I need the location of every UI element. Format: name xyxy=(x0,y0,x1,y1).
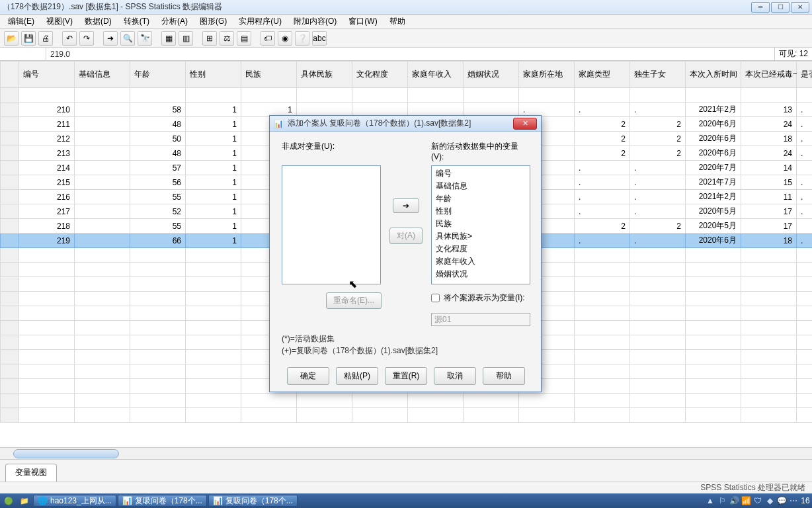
cell[interactable] xyxy=(19,292,75,306)
column-header[interactable]: 本次入所时间 xyxy=(686,62,741,88)
cell[interactable]: 218 xyxy=(19,219,75,233)
cell[interactable]: . xyxy=(630,204,686,219)
cell[interactable] xyxy=(186,263,241,277)
cell[interactable] xyxy=(575,408,630,423)
cell[interactable]: . xyxy=(797,132,813,146)
cell[interactable] xyxy=(130,364,186,379)
cell[interactable] xyxy=(575,321,630,335)
row-header[interactable] xyxy=(1,204,19,219)
cell[interactable]: 2021年2月 xyxy=(686,190,741,204)
menu-addons[interactable]: 附加内容(O) xyxy=(288,15,342,28)
cell[interactable] xyxy=(797,263,813,277)
cell[interactable]: 2021年2月 xyxy=(686,103,741,117)
open-icon[interactable]: 📂 xyxy=(4,31,19,46)
cell[interactable] xyxy=(352,88,408,103)
cell[interactable] xyxy=(75,204,130,219)
cell[interactable] xyxy=(686,350,741,364)
column-header[interactable]: 家庭所在地 xyxy=(519,62,575,88)
cell[interactable]: 2020年6月 xyxy=(686,117,741,132)
cell[interactable] xyxy=(630,277,686,292)
cell[interactable]: . xyxy=(575,175,630,190)
taskbar-browser[interactable]: 🌐hao123_上网从... xyxy=(33,495,116,507)
cell[interactable]: 1 xyxy=(186,161,241,175)
cell[interactable] xyxy=(130,408,186,423)
cell[interactable] xyxy=(797,335,813,350)
cell[interactable]: . xyxy=(575,103,630,117)
cell[interactable]: 213 xyxy=(19,146,75,161)
menu-data[interactable]: 数据(D) xyxy=(79,15,117,28)
cell[interactable]: 2 xyxy=(630,219,686,233)
row-header[interactable] xyxy=(1,132,19,146)
cell[interactable]: 11 xyxy=(741,190,797,204)
cell[interactable]: 14 xyxy=(741,161,797,175)
cell[interactable]: 2020年5月 xyxy=(686,204,741,219)
cell[interactable] xyxy=(19,379,75,394)
cell[interactable] xyxy=(686,321,741,335)
row-header[interactable] xyxy=(1,233,19,248)
cell[interactable] xyxy=(686,335,741,350)
cell[interactable] xyxy=(75,219,130,233)
cell[interactable]: 1 xyxy=(797,219,813,233)
cell[interactable] xyxy=(75,306,130,321)
cell[interactable] xyxy=(130,379,186,394)
cell[interactable]: 2020年7月 xyxy=(686,161,741,175)
cell[interactable] xyxy=(575,277,630,292)
cell[interactable]: 2020年6月 xyxy=(686,233,741,248)
cell[interactable]: 2 xyxy=(575,117,630,132)
list-item[interactable]: 文化程度 xyxy=(433,243,528,255)
cell[interactable] xyxy=(75,350,130,364)
cell[interactable] xyxy=(130,277,186,292)
cell[interactable] xyxy=(75,88,130,103)
cell[interactable]: . xyxy=(797,103,813,117)
cell[interactable] xyxy=(630,379,686,394)
list-item[interactable]: 编号 xyxy=(433,167,528,180)
column-header[interactable]: 家庭年收入 xyxy=(408,62,464,88)
cell[interactable] xyxy=(130,321,186,335)
cell[interactable] xyxy=(797,379,813,394)
dialog-titlebar[interactable]: 📊 添加个案从 复吸问卷（178个数据）(1).sav[数据集2] ✕ xyxy=(270,116,541,132)
cell[interactable]: 1 xyxy=(186,175,241,190)
cell[interactable] xyxy=(186,364,241,379)
cell[interactable] xyxy=(408,408,464,423)
row-header[interactable] xyxy=(1,146,19,161)
cell[interactable] xyxy=(130,263,186,277)
cell[interactable]: 17 xyxy=(741,204,797,219)
cell[interactable] xyxy=(75,117,130,132)
cell[interactable]: 2 xyxy=(630,117,686,132)
dialog-close-button[interactable]: ✕ xyxy=(513,118,537,130)
cell[interactable]: 210 xyxy=(19,103,75,117)
save-icon[interactable]: 💾 xyxy=(21,31,36,46)
cell[interactable]: . xyxy=(797,117,813,132)
cell[interactable] xyxy=(630,408,686,423)
cell[interactable] xyxy=(19,248,75,263)
column-header[interactable]: 具体民族 xyxy=(297,62,352,88)
print-icon[interactable]: 🖨 xyxy=(38,31,53,46)
horizontal-scrollbar[interactable] xyxy=(0,447,812,459)
cell[interactable] xyxy=(75,364,130,379)
cell[interactable] xyxy=(686,277,741,292)
cell[interactable] xyxy=(186,321,241,335)
menu-transform[interactable]: 转换(T) xyxy=(118,15,155,28)
cell[interactable] xyxy=(519,408,575,423)
cancel-button[interactable]: 取消 xyxy=(434,367,476,385)
redo-icon[interactable]: ↷ xyxy=(79,31,94,46)
cell[interactable] xyxy=(352,408,408,423)
cell[interactable] xyxy=(630,292,686,306)
cell[interactable]: 1 xyxy=(186,103,241,117)
cell[interactable] xyxy=(186,277,241,292)
column-header[interactable]: 独生子女 xyxy=(630,62,686,88)
cell[interactable] xyxy=(75,132,130,146)
cell[interactable] xyxy=(797,394,813,408)
row-header[interactable] xyxy=(1,394,19,408)
cell[interactable] xyxy=(19,394,75,408)
cell[interactable] xyxy=(241,394,297,408)
cell-value[interactable]: 219.0 xyxy=(46,50,774,59)
select-icon[interactable]: ▤ xyxy=(237,31,251,46)
cell[interactable]: . xyxy=(797,175,813,190)
cell[interactable]: . xyxy=(797,204,813,219)
taskbar-spss1[interactable]: 📊复吸问卷（178个... xyxy=(118,495,207,507)
insert-var-icon[interactable]: ▥ xyxy=(179,31,193,46)
cell[interactable] xyxy=(630,263,686,277)
column-header[interactable]: 本次已经戒毒一月 xyxy=(741,62,797,88)
cell[interactable] xyxy=(797,248,813,263)
